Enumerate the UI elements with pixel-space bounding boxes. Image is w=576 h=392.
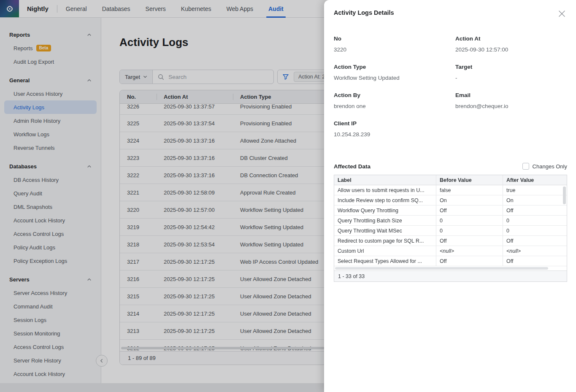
field-label: Client IP xyxy=(334,120,455,127)
affected-label: Select Request Types Allowed for ... xyxy=(334,256,436,266)
field-value: brendon one xyxy=(334,103,455,109)
affected-label: Custom Url xyxy=(334,246,436,256)
affected-table-body: Allow users to submit requests in U...fa… xyxy=(334,185,567,266)
affected-after-value: 0 xyxy=(503,226,567,235)
field-label: No xyxy=(334,35,455,42)
affected-data-header: Affected Data Changes Only xyxy=(334,163,567,170)
affected-before-value: 0 xyxy=(436,226,503,235)
detail-fields: No3220Action At2025-09-30 12:57:00Action… xyxy=(334,35,567,149)
changes-only-label: Changes Only xyxy=(533,163,567,170)
affected-after-value: On xyxy=(503,195,567,205)
affected-column-header-before-value[interactable]: Before Value xyxy=(436,175,503,185)
close-icon xyxy=(558,10,565,17)
field-value: Workflow Setting Updated xyxy=(334,75,455,81)
field-no: No3220 xyxy=(334,35,455,53)
field-label: Action By xyxy=(334,92,455,98)
affected-after-value: 0 xyxy=(503,216,567,225)
affected-before-value: 0 xyxy=(436,216,503,225)
affected-label: Query Throttling Batch Size xyxy=(334,216,436,225)
affected-data-table: LabelBefore ValueAfter Value Allow users… xyxy=(334,175,567,282)
affected-pagination: 1 - 33 of 33 xyxy=(334,270,567,281)
field-action-by: Action Bybrendon one xyxy=(334,92,455,109)
affected-table-row: Include Review step to confirm SQ...OnOn xyxy=(334,195,567,205)
drawer-title: Activity Logs Details xyxy=(334,9,567,16)
affected-vertical-scrollbar[interactable] xyxy=(563,187,566,204)
affected-table-row: Workflow Query ThrottlingOffOff xyxy=(334,205,567,216)
field-action-at: Action At2025-09-30 12:57:00 xyxy=(455,35,567,53)
field-value: 3220 xyxy=(334,46,455,53)
field-label: Email xyxy=(455,92,567,98)
affected-table-row: Select Request Types Allowed for ...OffO… xyxy=(334,256,567,266)
field-value: - xyxy=(455,75,567,81)
affected-table-row: Query Throttling Batch Size00 xyxy=(334,216,567,226)
affected-table-row: Allow users to submit requests in U...fa… xyxy=(334,185,567,195)
field-label: Action Type xyxy=(334,64,455,70)
affected-table-row: Redirect to custom page for SQL R...OffO… xyxy=(334,236,567,246)
field-value: 2025-09-30 12:57:00 xyxy=(455,46,567,53)
field-client-ip: Client IP10.254.28.239 xyxy=(334,120,455,138)
affected-after-value: Off xyxy=(503,256,567,266)
affected-before-value: Off xyxy=(436,205,503,215)
affected-label: Include Review step to confirm SQ... xyxy=(334,195,436,205)
changes-only-checkbox[interactable] xyxy=(522,163,529,170)
affected-table-row: Custom Url<null><null> xyxy=(334,246,567,256)
affected-label: Redirect to custom page for SQL R... xyxy=(334,236,436,246)
affected-before-value: false xyxy=(436,185,503,195)
changes-only-toggle[interactable]: Changes Only xyxy=(522,163,567,170)
field-target: Target- xyxy=(455,64,567,81)
affected-after-value[interactable]: true xyxy=(503,185,567,195)
affected-table-row: Query Throttling Wait MSec00 xyxy=(334,226,567,236)
affected-label: Query Throttling Wait MSec xyxy=(334,226,436,235)
affected-before-value: <null> xyxy=(436,246,503,256)
activity-log-details-drawer: Activity Logs Details No3220Action At202… xyxy=(324,0,576,392)
affected-after-value: <null> xyxy=(503,246,567,256)
affected-label: Workflow Query Throttling xyxy=(334,205,436,215)
field-action-type: Action TypeWorkflow Setting Updated xyxy=(334,64,455,81)
affected-before-value: On xyxy=(436,195,503,205)
affected-column-header-label[interactable]: Label xyxy=(334,175,436,185)
affected-after-value: Off xyxy=(503,205,567,215)
affected-after-value: Off xyxy=(503,236,567,246)
field-label: Action At xyxy=(455,35,567,42)
field-value: 10.254.28.239 xyxy=(334,131,455,138)
affected-before-value: Off xyxy=(436,236,503,246)
affected-label[interactable]: Allow users to submit requests in U... xyxy=(334,185,436,195)
affected-before-value: Off xyxy=(436,256,503,266)
field-label: Target xyxy=(455,64,567,70)
field-value: brendon@chequer.io xyxy=(455,103,567,109)
affected-horizontal-scrollbar[interactable] xyxy=(335,267,548,270)
field-email: Emailbrendon@chequer.io xyxy=(455,92,567,109)
drawer-close-button[interactable] xyxy=(557,8,567,19)
affected-column-header-after-value[interactable]: After Value xyxy=(503,175,567,185)
affected-data-title: Affected Data xyxy=(334,163,370,170)
affected-table-header: LabelBefore ValueAfter Value xyxy=(334,175,567,185)
